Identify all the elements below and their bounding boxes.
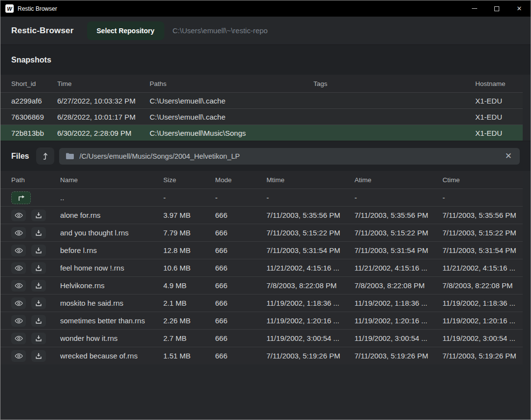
preview-file-button[interactable]	[11, 350, 26, 362]
column-size: Size	[163, 176, 215, 184]
file-mtime: 11/21/2002, 4:15:16 ...	[266, 264, 354, 272]
column-hostname: Hostname	[475, 80, 523, 87]
files-title: Files	[11, 152, 29, 161]
file-atime: 11/19/2002, 1:18:36 ...	[354, 299, 442, 307]
parent-directory-row[interactable]: .. - - - - -	[0, 189, 523, 206]
up-arrow-icon	[42, 152, 49, 160]
snapshots-title: Snapshots	[11, 56, 51, 64]
file-ctime: 7/11/2003, 5:15:22 PM	[442, 229, 523, 237]
file-row[interactable]: sometimes better than.rns 2.26 MB 666 11…	[0, 312, 523, 329]
download-file-button[interactable]	[31, 333, 46, 344]
preview-file-button[interactable]	[11, 280, 26, 292]
maximize-icon	[494, 6, 499, 11]
file-atime: 7/11/2003, 5:15:22 PM	[354, 229, 442, 237]
file-ctime: 7/11/2003, 5:35:56 PM	[442, 211, 523, 219]
app-title: Restic-Browser	[11, 26, 74, 36]
file-row[interactable]: wonder how it.rns 2.7 MB 666 11/19/2002,…	[0, 329, 523, 347]
file-name: moskito he said.rns	[60, 299, 163, 307]
download-file-button[interactable]	[31, 210, 46, 221]
download-file-button[interactable]	[31, 227, 46, 239]
file-row[interactable]: feel home now !.rns 10.6 MB 666 11/21/20…	[0, 259, 523, 276]
download-file-button[interactable]	[31, 297, 46, 309]
file-row[interactable]: moskito he said.rns 2.1 MB 666 11/19/200…	[0, 294, 523, 312]
close-icon: ✕	[517, 5, 522, 12]
download-file-button[interactable]	[31, 350, 46, 362]
file-row[interactable]: wrecked because of.rns 1.51 MB 666 7/11/…	[0, 347, 523, 364]
file-name: Helvikone.rns	[60, 281, 163, 290]
minimize-button[interactable]	[463, 0, 486, 17]
file-atime: 7/11/2003, 5:35:56 PM	[354, 211, 442, 219]
file-size: 12.8 MB	[163, 246, 215, 254]
file-size: 10.6 MB	[163, 264, 215, 272]
snapshot-row[interactable]: 76306869 6/28/2022, 10:01:17 PM C:\Users…	[0, 108, 523, 125]
eye-icon	[15, 283, 23, 289]
column-short-id: Short_id	[11, 80, 57, 87]
download-file-button[interactable]	[31, 315, 46, 327]
download-icon	[35, 212, 42, 219]
file-ctime: 11/19/2002, 3:00:54 ...	[442, 334, 523, 342]
download-icon	[35, 247, 42, 254]
column-name: Name	[60, 176, 163, 184]
column-ctime: Ctime	[442, 176, 523, 184]
file-mode: 666	[215, 316, 266, 325]
snapshots-table-header: Short_id Time Paths Tags Hostname	[0, 75, 523, 92]
file-mode: 666	[215, 299, 266, 307]
snapshot-paths: C:\Users\emuell\.cache	[150, 113, 313, 121]
open-path-button[interactable]	[36, 147, 54, 165]
column-mode: Mode	[215, 176, 266, 184]
file-row[interactable]: Helvikone.rns 4.9 MB 666 7/8/2003, 8:22:…	[0, 276, 523, 294]
download-icon	[35, 265, 42, 272]
download-file-button[interactable]	[31, 245, 46, 256]
window-controls: ✕	[463, 0, 531, 17]
files-table-header: Path Name Size Mode Mtime Atime Ctime	[0, 171, 523, 189]
file-row[interactable]: alone for.rns 3.97 MB 666 7/11/2003, 5:3…	[0, 206, 523, 224]
download-file-button[interactable]	[31, 262, 46, 274]
preview-file-button[interactable]	[11, 227, 26, 239]
files-section-header: Files /C/Users/emuell/Music/Songs/2004_H…	[0, 141, 531, 171]
go-to-parent-button[interactable]	[11, 191, 31, 204]
select-repository-button[interactable]: Select Repository	[87, 21, 164, 40]
parent-mtime: -	[266, 193, 354, 202]
maximize-button[interactable]	[486, 0, 508, 17]
file-mode: 666	[215, 281, 266, 290]
app-header: Restic-Browser Select Repository C:\User…	[0, 17, 531, 44]
preview-file-button[interactable]	[11, 210, 26, 221]
file-mtime: 7/8/2003, 8:22:08 PM	[266, 281, 354, 290]
column-mtime: Mtime	[266, 176, 354, 184]
snapshots-table: Short_id Time Paths Tags Hostname a2299a…	[0, 75, 523, 141]
app-logo-icon: W	[5, 4, 14, 13]
file-atime: 7/8/2003, 8:22:08 PM	[354, 281, 442, 290]
file-atime: 11/19/2002, 1:20:16 ...	[354, 316, 442, 325]
file-row[interactable]: before l.rns 12.8 MB 666 7/11/2003, 5:31…	[0, 241, 523, 259]
snapshot-row[interactable]: a2299af6 6/27/2022, 10:03:32 PM C:\Users…	[0, 92, 523, 108]
file-ctime: 11/19/2002, 1:20:16 ...	[442, 316, 523, 325]
preview-file-button[interactable]	[11, 245, 26, 256]
current-path-text: /C/Users/emuell/Music/Songs/2004_Helveti…	[79, 152, 504, 160]
preview-file-button[interactable]	[11, 262, 26, 274]
eye-icon	[15, 318, 23, 324]
eye-icon	[15, 300, 23, 306]
file-ctime: 11/21/2002, 4:15:16 ...	[442, 264, 523, 272]
file-atime: 7/11/2003, 5:19:26 PM	[354, 352, 442, 360]
preview-file-button[interactable]	[11, 315, 26, 327]
parent-size: -	[163, 193, 215, 202]
file-mtime: 11/19/2002, 1:18:36 ...	[266, 299, 354, 307]
download-icon	[35, 230, 42, 236]
file-mtime: 11/19/2002, 1:20:16 ...	[266, 316, 354, 325]
clear-path-button[interactable]: ✕	[504, 152, 513, 160]
snapshot-row[interactable]: 72b813bb 6/30/2022, 2:28:09 PM C:\Users\…	[0, 125, 523, 141]
file-mtime: 11/19/2002, 3:00:54 ...	[266, 334, 354, 342]
column-path: Path	[11, 176, 60, 184]
download-file-button[interactable]	[31, 280, 46, 292]
window-title: Restic Browser	[18, 5, 57, 12]
file-size: 1.51 MB	[163, 352, 215, 360]
file-mode: 666	[215, 246, 266, 254]
file-row[interactable]: and you thought l.rns 7.79 MB 666 7/11/2…	[0, 224, 523, 241]
preview-file-button[interactable]	[11, 333, 26, 344]
preview-file-button[interactable]	[11, 297, 26, 309]
snapshot-hostname: X1-EDU	[475, 129, 523, 137]
parent-atime: -	[354, 193, 442, 202]
snapshot-short-id: a2299af6	[11, 97, 57, 105]
current-path-input[interactable]: /C/Users/emuell/Music/Songs/2004_Helveti…	[59, 148, 520, 165]
close-button[interactable]: ✕	[508, 0, 531, 17]
